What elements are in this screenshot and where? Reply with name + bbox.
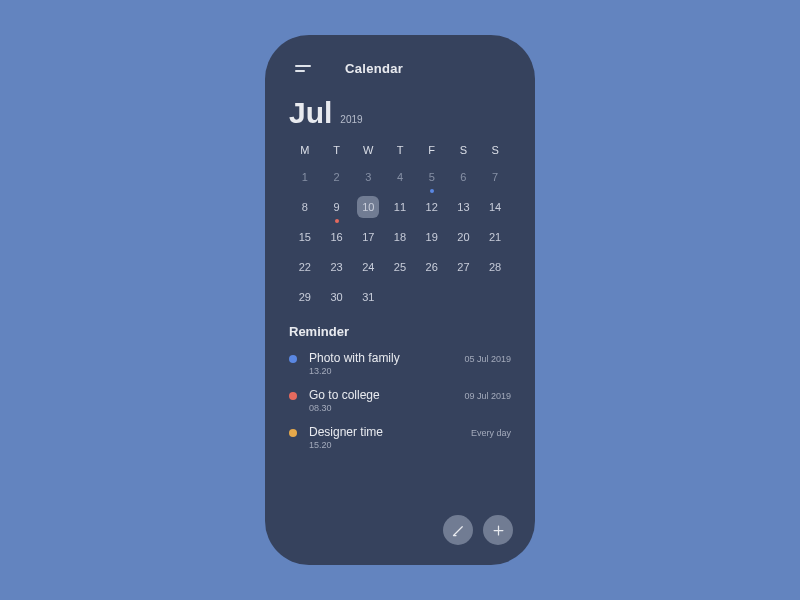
reminder-info: Photo with family13.20	[309, 351, 464, 376]
day-number: 3	[365, 171, 371, 183]
edit-button[interactable]	[443, 515, 473, 545]
day-of-week: F	[416, 144, 448, 158]
topbar: Calendar	[289, 61, 511, 76]
calendar-day[interactable]: 20	[448, 226, 480, 248]
day-number: 31	[362, 291, 374, 303]
calendar-day[interactable]: 16	[321, 226, 353, 248]
reminder-item[interactable]: Photo with family13.2005 Jul 2019	[289, 351, 511, 376]
calendar-day[interactable]: 6	[448, 166, 480, 188]
day-number: 16	[330, 231, 342, 243]
day-number: 23	[330, 261, 342, 273]
calendar-day[interactable]: 8	[289, 196, 321, 218]
day-number: 12	[426, 201, 438, 213]
calendar-day[interactable]: 7	[479, 166, 511, 188]
day-number: 19	[426, 231, 438, 243]
day-number: 14	[489, 201, 501, 213]
reminder-heading: Reminder	[289, 324, 511, 339]
day-of-week: S	[448, 144, 480, 158]
day-number: 13	[457, 201, 469, 213]
calendar-day[interactable]: 28	[479, 256, 511, 278]
calendar-day[interactable]: 9	[321, 196, 353, 218]
calendar-day[interactable]: 29	[289, 286, 321, 308]
day-number: 7	[492, 171, 498, 183]
calendar-day[interactable]: 4	[384, 166, 416, 188]
month-header: Jul 2019	[289, 96, 511, 130]
day-number: 26	[426, 261, 438, 273]
calendar-day[interactable]: 17	[352, 226, 384, 248]
app-title: Calendar	[345, 61, 403, 76]
day-number: 9	[334, 201, 340, 213]
day-of-week: T	[321, 144, 353, 158]
calendar-day[interactable]: 2	[321, 166, 353, 188]
reminder-date: Every day	[471, 428, 511, 438]
day-number: 11	[394, 201, 406, 213]
day-number: 10	[362, 201, 374, 213]
reminder-info: Go to college08.30	[309, 388, 464, 413]
day-number: 5	[429, 171, 435, 183]
reminder-bullet	[289, 429, 297, 437]
fab-row	[443, 515, 513, 545]
day-number: 6	[460, 171, 466, 183]
calendar-day[interactable]: 15	[289, 226, 321, 248]
day-number: 2	[334, 171, 340, 183]
day-number: 25	[394, 261, 406, 273]
calendar-day[interactable]: 5	[416, 166, 448, 188]
day-number: 17	[362, 231, 374, 243]
calendar-day[interactable]: 31	[352, 286, 384, 308]
add-button[interactable]	[483, 515, 513, 545]
reminder-item[interactable]: Designer time15.20Every day	[289, 425, 511, 450]
day-number: 20	[457, 231, 469, 243]
calendar-day[interactable]: 19	[416, 226, 448, 248]
calendar-day[interactable]: 26	[416, 256, 448, 278]
day-of-week: M	[289, 144, 321, 158]
year-label: 2019	[340, 114, 362, 125]
pencil-icon	[451, 523, 466, 538]
plus-icon	[491, 523, 506, 538]
calendar-day[interactable]: 21	[479, 226, 511, 248]
reminder-time: 13.20	[309, 366, 464, 376]
day-number: 28	[489, 261, 501, 273]
day-number: 27	[457, 261, 469, 273]
calendar-day[interactable]: 14	[479, 196, 511, 218]
reminder-title: Go to college	[309, 388, 464, 402]
calendar-day[interactable]: 10	[352, 196, 384, 218]
reminder-title: Designer time	[309, 425, 471, 439]
event-dot	[335, 219, 339, 223]
calendar-day[interactable]: 11	[384, 196, 416, 218]
reminder-info: Designer time15.20	[309, 425, 471, 450]
calendar-day[interactable]: 12	[416, 196, 448, 218]
calendar-day[interactable]: 1	[289, 166, 321, 188]
calendar-app: Calendar Jul 2019 MTWTFSS123456789101112…	[265, 35, 535, 565]
reminder-item[interactable]: Go to college08.3009 Jul 2019	[289, 388, 511, 413]
calendar-day[interactable]: 25	[384, 256, 416, 278]
calendar-day[interactable]: 22	[289, 256, 321, 278]
reminder-title: Photo with family	[309, 351, 464, 365]
reminder-list: Photo with family13.2005 Jul 2019Go to c…	[289, 351, 511, 450]
day-number: 18	[394, 231, 406, 243]
day-number: 30	[330, 291, 342, 303]
day-of-week: S	[479, 144, 511, 158]
calendar-day[interactable]: 30	[321, 286, 353, 308]
calendar-day[interactable]: 18	[384, 226, 416, 248]
menu-icon[interactable]	[295, 65, 311, 72]
month-label: Jul	[289, 96, 332, 130]
reminder-date: 09 Jul 2019	[464, 391, 511, 401]
calendar-day[interactable]: 13	[448, 196, 480, 218]
event-dot	[430, 189, 434, 193]
day-number: 15	[299, 231, 311, 243]
calendar-day[interactable]: 27	[448, 256, 480, 278]
reminder-bullet	[289, 392, 297, 400]
day-number: 1	[302, 171, 308, 183]
day-of-week: T	[384, 144, 416, 158]
day-number: 8	[302, 201, 308, 213]
calendar-grid: MTWTFSS123456789101112131415161718192021…	[289, 144, 511, 308]
day-number: 22	[299, 261, 311, 273]
calendar-day[interactable]: 24	[352, 256, 384, 278]
day-number: 24	[362, 261, 374, 273]
day-of-week: W	[352, 144, 384, 158]
reminder-date: 05 Jul 2019	[464, 354, 511, 364]
calendar-day[interactable]: 23	[321, 256, 353, 278]
calendar-day[interactable]: 3	[352, 166, 384, 188]
reminder-time: 08.30	[309, 403, 464, 413]
day-number: 4	[397, 171, 403, 183]
